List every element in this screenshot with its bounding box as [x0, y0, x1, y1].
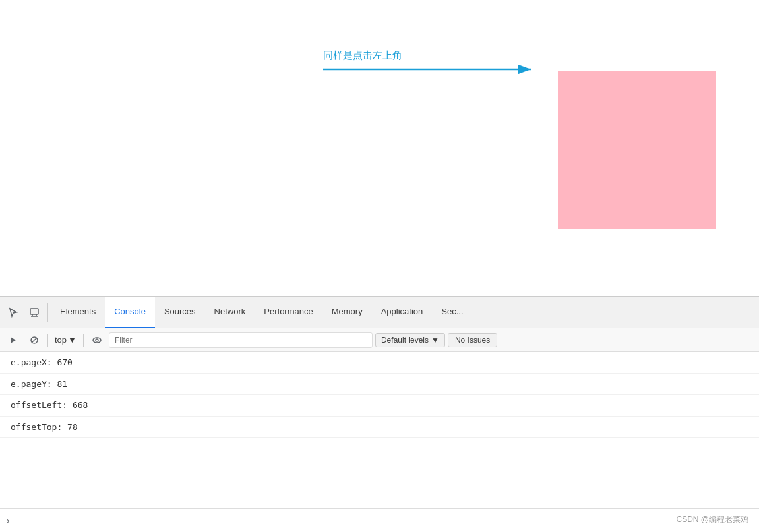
- chevron-down-icon: ▼: [68, 335, 76, 345]
- tab-security[interactable]: Sec...: [432, 297, 472, 328]
- no-issues-button[interactable]: No Issues: [448, 333, 497, 347]
- tab-console[interactable]: Console: [105, 297, 155, 328]
- svg-marker-3: [11, 337, 16, 343]
- console-input[interactable]: [15, 516, 754, 525]
- tab-sources[interactable]: Sources: [155, 297, 205, 328]
- filter-input[interactable]: [109, 332, 373, 348]
- default-levels-button[interactable]: Default levels ▼: [375, 333, 445, 347]
- pink-box: [558, 71, 716, 229]
- devtools-tab-bar: Elements Console Sources Network Perform…: [0, 297, 759, 328]
- eye-icon-btn[interactable]: [88, 331, 106, 349]
- annotation-text: 同样是点击左上角: [323, 49, 402, 62]
- console-output: e.pageX: 670 e.pageY: 81 offsetLeft: 668…: [0, 352, 759, 508]
- console-prompt-icon: ›: [5, 516, 11, 526]
- block-icon-btn[interactable]: [25, 331, 44, 349]
- console-line-4: offsetTop: 78: [0, 417, 759, 438]
- page-area: 同样是点击左上角: [0, 0, 759, 297]
- levels-chevron-icon: ▼: [431, 336, 439, 345]
- run-icon-btn[interactable]: [4, 331, 22, 349]
- footer-watermark: CSDN @编程老菜鸡: [676, 514, 748, 525]
- svg-rect-2: [30, 309, 38, 314]
- devtools-panel: Elements Console Sources Network Perform…: [0, 297, 759, 532]
- tab-network[interactable]: Network: [205, 297, 255, 328]
- toolbar-divider-1: [47, 334, 48, 347]
- console-line-3: offsetLeft: 668: [0, 395, 759, 417]
- console-toolbar: top ▼ Default levels ▼ No Issues: [0, 328, 759, 352]
- svg-point-7: [96, 339, 98, 341]
- toolbar-divider-2: [83, 334, 84, 347]
- console-line-1: e.pageX: 670: [0, 352, 759, 374]
- tab-memory[interactable]: Memory: [322, 297, 372, 328]
- inspect-icon-btn[interactable]: [24, 302, 45, 323]
- tab-application[interactable]: Application: [372, 297, 433, 328]
- cursor-icon-btn[interactable]: [3, 302, 24, 323]
- context-selector[interactable]: top ▼: [52, 334, 79, 346]
- svg-point-6: [93, 338, 101, 343]
- tab-divider-1: [47, 303, 48, 322]
- tab-elements[interactable]: Elements: [51, 297, 105, 328]
- console-line-2: e.pageY: 81: [0, 374, 759, 396]
- tab-performance[interactable]: Performance: [255, 297, 322, 328]
- svg-line-5: [32, 338, 37, 343]
- arrow-icon: [323, 63, 541, 76]
- console-input-area: ›: [0, 508, 759, 532]
